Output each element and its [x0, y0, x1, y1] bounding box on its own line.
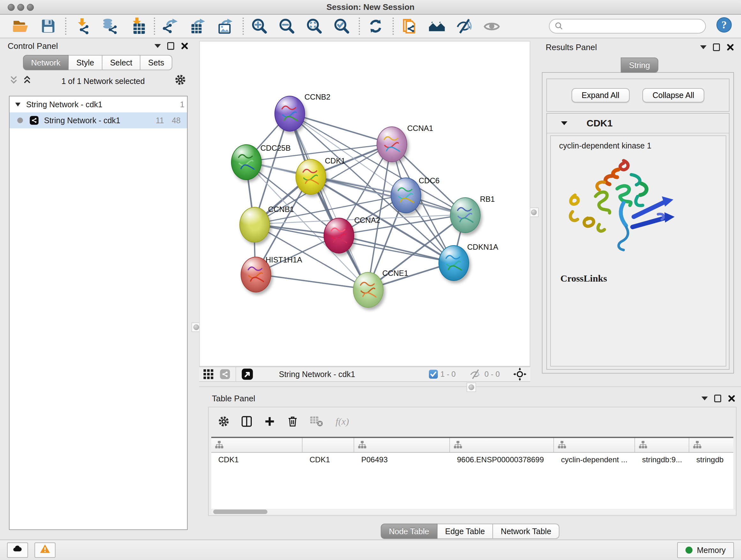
- network-node-ccnb1[interactable]: [239, 207, 270, 243]
- detach-view-icon[interactable]: [241, 368, 253, 380]
- export-image-button[interactable]: [216, 17, 235, 36]
- zoom-fit-button[interactable]: [305, 17, 324, 36]
- share-document-button[interactable]: [400, 17, 419, 36]
- panel-float-icon[interactable]: [714, 395, 721, 402]
- entry-name: CDK1: [587, 118, 613, 129]
- help-button[interactable]: ?: [716, 17, 732, 36]
- cdk1-entry-header[interactable]: CDK1: [547, 114, 729, 133]
- panel-float-icon[interactable]: [167, 42, 174, 50]
- network-row[interactable]: String Network - cdk1 11 48: [10, 112, 187, 128]
- panel-close-icon[interactable]: [728, 395, 735, 402]
- function-builder-icon: f(x): [334, 415, 355, 428]
- network-node-ccna1[interactable]: [377, 126, 407, 162]
- show-columns-icon[interactable]: [241, 415, 253, 428]
- tab-network-table[interactable]: Network Table: [493, 523, 559, 539]
- column-header-shared-name[interactable]: [211, 438, 302, 452]
- toolbar-separator: [154, 17, 155, 35]
- panel-close-icon[interactable]: [181, 43, 188, 50]
- panel-float-icon[interactable]: [713, 44, 720, 51]
- node-label-ccne1: CCNE1: [382, 269, 408, 278]
- column-header-description[interactable]: [554, 438, 635, 452]
- import-table-button[interactable]: [128, 17, 146, 36]
- scrollbar-thumb[interactable]: [213, 509, 267, 514]
- column-header--id[interactable]: [635, 438, 689, 452]
- delete-column-icon[interactable]: [286, 415, 299, 428]
- table-cell: P06493: [354, 455, 450, 464]
- selected-checkbox[interactable]: [429, 370, 438, 379]
- cloud-button[interactable]: [7, 543, 28, 558]
- tab-network[interactable]: Network: [23, 55, 69, 70]
- table-hscrollbar[interactable]: [211, 509, 736, 514]
- splitter-knob[interactable]: [531, 209, 537, 215]
- protein-thumbnail: [241, 257, 269, 291]
- export-table-button[interactable]: [189, 17, 207, 36]
- network-view-canvas[interactable]: CCNB2CCNA1CDC25BCDK1CDC6RB1CCNB1CCNA2CDK…: [199, 41, 530, 367]
- refresh-view-button[interactable]: [366, 17, 385, 36]
- network-view-toolbar: String Network - cdk1 1 - 0 0 - 0: [199, 367, 530, 382]
- zoom-selected-button[interactable]: [333, 17, 351, 36]
- zoom-out-icon: [278, 17, 295, 35]
- tab-select[interactable]: Select: [103, 55, 140, 70]
- tab-style[interactable]: Style: [69, 55, 103, 70]
- left-splitter[interactable]: [193, 38, 199, 540]
- birdseye-icon[interactable]: [513, 368, 527, 381]
- open-session-button[interactable]: [11, 17, 30, 36]
- network-node-rb1[interactable]: [450, 197, 481, 233]
- tab-string[interactable]: String: [621, 57, 658, 73]
- network-node-ccnb2[interactable]: [274, 96, 305, 132]
- network-node-cdc6[interactable]: [391, 178, 421, 213]
- right-splitter[interactable]: [530, 38, 537, 382]
- gear-icon[interactable]: [174, 74, 186, 88]
- expand-all-button[interactable]: Expand All: [571, 88, 630, 103]
- memory-button[interactable]: Memory: [677, 542, 734, 558]
- entry-expander-icon[interactable]: [561, 121, 567, 125]
- hide-visibility-button[interactable]: [455, 17, 474, 36]
- splitter-knob[interactable]: [468, 384, 474, 390]
- import-network-button[interactable]: [73, 17, 91, 36]
- export-network-button[interactable]: [161, 17, 180, 36]
- network-node-cdkn1a[interactable]: [439, 245, 469, 281]
- search-input[interactable]: [549, 19, 706, 34]
- tab-node-table[interactable]: Node Table: [381, 523, 437, 539]
- import-network-database-button[interactable]: [100, 17, 119, 36]
- column-header-database-identifier[interactable]: [450, 438, 554, 452]
- expand-all-icon[interactable]: [22, 75, 32, 87]
- save-session-button[interactable]: [39, 17, 57, 36]
- zoom-out-button[interactable]: [278, 17, 296, 36]
- panel-menu-icon[interactable]: [700, 45, 706, 49]
- entry-description: cyclin-dependent kinase 1: [551, 136, 726, 150]
- network-node-cdc25b[interactable]: [231, 144, 262, 180]
- column-header-namespace[interactable]: [689, 438, 733, 452]
- title-bar: Session: New Session: [0, 0, 741, 15]
- column-type-icon: [215, 441, 223, 451]
- grid-view-icon[interactable]: [203, 369, 214, 380]
- crosslink-row: [551, 304, 726, 321]
- tree-expander-icon[interactable]: [10, 101, 26, 108]
- tab-edge-table[interactable]: Edge Table: [437, 523, 493, 539]
- zoom-in-button[interactable]: [250, 17, 269, 36]
- panel-menu-icon[interactable]: [154, 44, 161, 48]
- show-visibility-button[interactable]: [482, 17, 501, 36]
- panel-close-icon[interactable]: [726, 44, 733, 51]
- network-node-cdk1[interactable]: [295, 159, 326, 195]
- network-node-ccne1[interactable]: [353, 272, 384, 308]
- collapse-all-icon[interactable]: [9, 75, 18, 87]
- network-collection-row[interactable]: String Network - cdk1 1: [10, 97, 187, 112]
- network-node-ccna2[interactable]: [324, 218, 354, 253]
- share-document-icon: [401, 17, 418, 35]
- warnings-button[interactable]: [35, 543, 56, 558]
- column-header-canonical-name[interactable]: [354, 438, 450, 452]
- column-header-name[interactable]: [302, 438, 354, 452]
- delete-table-icon: [310, 416, 324, 427]
- table-row[interactable]: CDK1CDK1P064939606.ENSP00000378699cyclin…: [211, 453, 733, 467]
- selection-status: 1 of 1 Network selected: [32, 77, 174, 86]
- network-badge-icon[interactable]: [219, 369, 230, 380]
- table-gear-icon[interactable]: [218, 415, 230, 428]
- panel-menu-icon[interactable]: [701, 396, 708, 400]
- splitter-knob[interactable]: [193, 324, 199, 330]
- add-column-icon[interactable]: [264, 415, 276, 428]
- collapse-all-button[interactable]: Collapse All: [643, 88, 704, 103]
- tab-sets[interactable]: Sets: [140, 55, 172, 70]
- control-panel-title: Control Panel: [8, 41, 58, 51]
- home-button[interactable]: [428, 17, 446, 36]
